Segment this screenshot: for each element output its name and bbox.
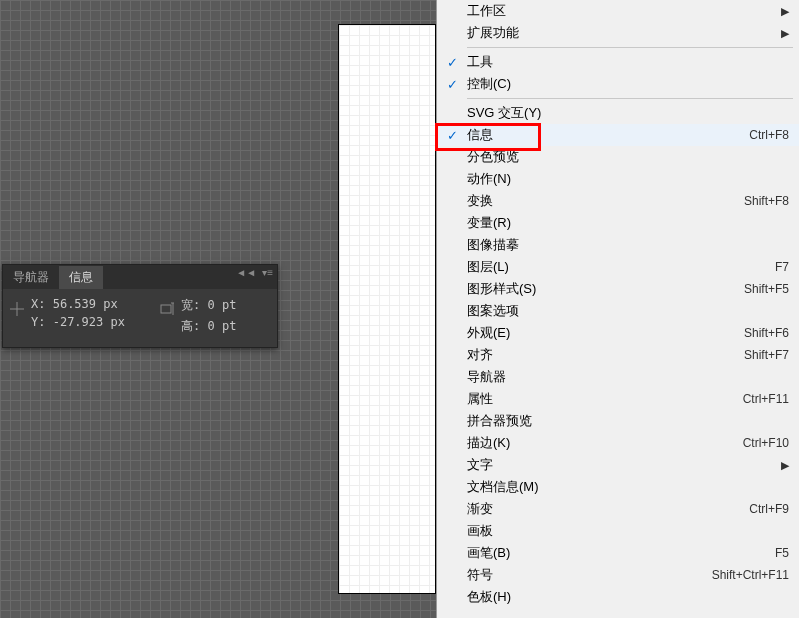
info-panel: 导航器 信息 ◄◄ ▾≡ X: 56.539 px Y: -27.923 px <box>2 264 278 348</box>
menu-separator <box>437 95 799 102</box>
menu-item[interactable]: ✓信息Ctrl+F8 <box>437 124 799 146</box>
menu-item[interactable]: 拼合器预览 <box>437 410 799 432</box>
menu-item[interactable]: 渐变Ctrl+F9 <box>437 498 799 520</box>
menu-item-label: 图层(L) <box>467 258 775 276</box>
check-icon: ✓ <box>437 77 467 92</box>
menu-item-label: 工作区 <box>467 2 775 20</box>
menu-shortcut: F5 <box>775 546 789 560</box>
menu-item-label: 外观(E) <box>467 324 744 342</box>
menu-item[interactable]: 外观(E)Shift+F6 <box>437 322 799 344</box>
check-icon: ✓ <box>437 128 467 143</box>
menu-item[interactable]: 画板 <box>437 520 799 542</box>
menu-item-label: 分色预览 <box>467 148 789 166</box>
menu-item[interactable]: 图案选项 <box>437 300 799 322</box>
menu-item-label: 色板(H) <box>467 588 789 606</box>
menu-item-label: 文字 <box>467 456 775 474</box>
menu-item-label: SVG 交互(Y) <box>467 104 789 122</box>
menu-shortcut: Ctrl+F11 <box>743 392 789 406</box>
menu-item[interactable]: 色板(H) <box>437 586 799 608</box>
tab-info[interactable]: 信息 <box>59 266 103 289</box>
menu-item[interactable]: 扩展功能▶ <box>437 22 799 44</box>
menu-item-label: 控制(C) <box>467 75 789 93</box>
menu-item-label: 画板 <box>467 522 789 540</box>
menu-item[interactable]: 符号Shift+Ctrl+F11 <box>437 564 799 586</box>
menu-item[interactable]: 动作(N) <box>437 168 799 190</box>
menu-item-label: 变换 <box>467 192 744 210</box>
tab-navigator[interactable]: 导航器 <box>3 266 59 289</box>
menu-shortcut: Ctrl+F8 <box>749 128 789 142</box>
menu-item-label: 扩展功能 <box>467 24 775 42</box>
check-icon: ✓ <box>437 55 467 70</box>
info-y: Y: -27.923 px <box>31 315 125 329</box>
window-menu: 工作区▶扩展功能▶✓工具✓控制(C)SVG 交互(Y)✓信息Ctrl+F8分色预… <box>436 0 799 618</box>
submenu-arrow-icon: ▶ <box>781 459 789 472</box>
info-panel-body: X: 56.539 px Y: -27.923 px 宽: 0 pt 高: 0 … <box>3 289 277 347</box>
menu-shortcut: Shift+F7 <box>744 348 789 362</box>
svg-rect-2 <box>161 305 171 313</box>
menu-item-label: 变量(R) <box>467 214 789 232</box>
menu-shortcut: Shift+F8 <box>744 194 789 208</box>
dimension-icon <box>159 301 175 317</box>
collapse-icon[interactable]: ◄◄ <box>236 267 256 278</box>
menu-shortcut: Ctrl+F10 <box>743 436 789 450</box>
menu-shortcut: Shift+F5 <box>744 282 789 296</box>
menu-item-label: 拼合器预览 <box>467 412 789 430</box>
menu-item[interactable]: 工作区▶ <box>437 0 799 22</box>
menu-shortcut: F7 <box>775 260 789 274</box>
menu-item[interactable]: 图形样式(S)Shift+F5 <box>437 278 799 300</box>
menu-item[interactable]: ✓工具 <box>437 51 799 73</box>
menu-item-label: 信息 <box>467 126 749 144</box>
menu-item[interactable]: 属性Ctrl+F11 <box>437 388 799 410</box>
menu-item-label: 属性 <box>467 390 743 408</box>
menu-item-label: 图形样式(S) <box>467 280 744 298</box>
menu-item[interactable]: ✓控制(C) <box>437 73 799 95</box>
menu-item[interactable]: SVG 交互(Y) <box>437 102 799 124</box>
menu-item-label: 描边(K) <box>467 434 743 452</box>
menu-separator <box>437 44 799 51</box>
menu-item[interactable]: 图层(L)F7 <box>437 256 799 278</box>
info-panel-tabs: 导航器 信息 ◄◄ ▾≡ <box>3 265 277 289</box>
menu-item-label: 导航器 <box>467 368 789 386</box>
menu-item[interactable]: 变量(R) <box>437 212 799 234</box>
menu-item-label: 图像描摹 <box>467 236 789 254</box>
menu-item-label: 工具 <box>467 53 789 71</box>
menu-shortcut: Shift+F6 <box>744 326 789 340</box>
menu-item[interactable]: 描边(K)Ctrl+F10 <box>437 432 799 454</box>
menu-item[interactable]: 文字▶ <box>437 454 799 476</box>
panel-menu-icon[interactable]: ▾≡ <box>262 267 273 278</box>
menu-item-label: 画笔(B) <box>467 544 775 562</box>
menu-item[interactable]: 图像描摹 <box>437 234 799 256</box>
menu-shortcut: Ctrl+F9 <box>749 502 789 516</box>
info-height: 高: 0 pt <box>181 318 236 335</box>
menu-item[interactable]: 画笔(B)F5 <box>437 542 799 564</box>
menu-item[interactable]: 导航器 <box>437 366 799 388</box>
submenu-arrow-icon: ▶ <box>781 5 789 18</box>
panel-controls: ◄◄ ▾≡ <box>236 267 273 278</box>
menu-item[interactable]: 分色预览 <box>437 146 799 168</box>
menu-shortcut: Shift+Ctrl+F11 <box>712 568 789 582</box>
info-width: 宽: 0 pt <box>181 297 236 314</box>
menu-item-label: 文档信息(M) <box>467 478 789 496</box>
info-x: X: 56.539 px <box>31 297 125 311</box>
menu-item-label: 动作(N) <box>467 170 789 188</box>
menu-item[interactable]: 对齐Shift+F7 <box>437 344 799 366</box>
artboard[interactable] <box>338 24 436 594</box>
menu-item-label: 渐变 <box>467 500 749 518</box>
submenu-arrow-icon: ▶ <box>781 27 789 40</box>
menu-item-label: 符号 <box>467 566 712 584</box>
menu-item-label: 图案选项 <box>467 302 789 320</box>
crosshair-icon <box>9 301 25 317</box>
menu-item-label: 对齐 <box>467 346 744 364</box>
menu-item[interactable]: 变换Shift+F8 <box>437 190 799 212</box>
menu-item[interactable]: 文档信息(M) <box>437 476 799 498</box>
